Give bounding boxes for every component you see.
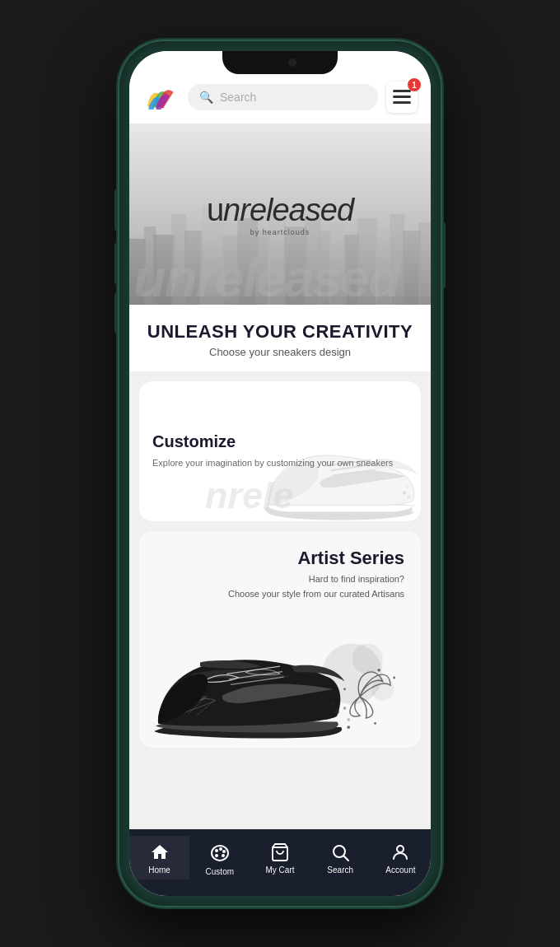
account-icon <box>390 842 410 862</box>
svg-point-44 <box>343 688 346 691</box>
cart-icon <box>270 842 290 862</box>
svg-point-54 <box>222 850 226 853</box>
notch-camera <box>288 58 296 67</box>
svg-point-46 <box>374 722 376 725</box>
search-icon: 🔍 <box>199 91 213 104</box>
svg-point-42 <box>377 669 380 672</box>
cart-badge: 1 <box>408 78 421 91</box>
search-bar[interactable]: 🔍 Search <box>188 84 378 110</box>
svg-rect-24 <box>418 222 431 305</box>
tagline-section: UNLEASH YOUR CREATIVITY Choose your snea… <box>129 305 431 371</box>
nav-label-account: Account <box>385 865 415 875</box>
svg-point-47 <box>335 710 340 715</box>
search-nav-icon <box>330 842 350 862</box>
svg-rect-2 <box>393 101 411 104</box>
phone-frame: 🔍 Search 1 <box>119 41 441 906</box>
nav-label-home: Home <box>148 865 170 875</box>
main-content: UNLEASH YOUR CREATIVITY Choose your snea… <box>129 305 431 829</box>
svg-point-45 <box>347 725 350 729</box>
nav-item-home[interactable]: Home <box>129 836 189 879</box>
phone-screen: 🔍 Search 1 <box>129 51 431 896</box>
customize-card-title: Customize <box>152 432 408 451</box>
app-logo[interactable] <box>142 81 180 114</box>
customize-card-text: Customize Explore your imagination by cu… <box>139 416 421 487</box>
artist-sneaker-image <box>139 608 421 748</box>
svg-point-43 <box>393 677 395 679</box>
artist-series-title: Artist Series <box>156 548 404 569</box>
nav-item-search[interactable]: Search <box>310 836 371 879</box>
home-icon <box>150 842 170 862</box>
hero-sub-text: by heartclouds <box>207 228 353 236</box>
svg-point-30 <box>403 492 406 495</box>
artist-series-desc: Hard to find inspiration?Choose your sty… <box>156 572 404 601</box>
tagline-title: UNLEASH YOUR CREATIVITY <box>142 321 418 343</box>
hero-brand-name: unreleased <box>207 193 353 228</box>
artist-series-card[interactable]: Artist Series Hard to find inspiration?C… <box>139 531 421 748</box>
tagline-subtitle: Choose your sneakers design <box>142 346 418 358</box>
cards-container: Customize Explore your imagination by cu… <box>129 371 431 758</box>
hero-brand: unreleased by heartclouds <box>207 193 353 236</box>
svg-rect-23 <box>403 231 421 305</box>
phone-notch <box>222 51 338 74</box>
artist-series-text: Artist Series Hard to find inspiration?C… <box>139 531 421 608</box>
svg-point-32 <box>406 487 408 488</box>
nav-label-cart: My Cart <box>266 865 295 875</box>
svg-point-31 <box>408 496 410 498</box>
custom-icon <box>209 842 231 864</box>
svg-point-49 <box>332 703 334 706</box>
bottom-navigation: Home Custom <box>129 829 431 896</box>
svg-point-50 <box>347 718 350 721</box>
hero-banner: unreleased unreleased by heartclouds <box>129 124 431 305</box>
svg-point-55 <box>222 854 225 857</box>
hero-watermark: unreleased <box>133 247 399 305</box>
svg-point-52 <box>215 849 218 852</box>
menu-cart-button[interactable]: 1 <box>386 82 418 113</box>
search-placeholder: Search <box>220 91 256 104</box>
nav-label-search: Search <box>327 865 353 875</box>
svg-line-59 <box>344 856 349 861</box>
nav-item-cart[interactable]: My Cart <box>250 836 310 879</box>
nav-label-custom: Custom <box>206 867 234 876</box>
svg-point-60 <box>397 846 404 852</box>
svg-point-48 <box>343 707 347 710</box>
nav-item-custom[interactable]: Custom <box>189 836 250 879</box>
svg-point-56 <box>215 854 218 857</box>
customize-card[interactable]: Customize Explore your imagination by cu… <box>139 381 421 521</box>
svg-rect-0 <box>393 90 411 92</box>
nav-item-account[interactable]: Account <box>371 836 431 879</box>
svg-rect-1 <box>393 96 411 98</box>
menu-lines-icon <box>393 90 411 105</box>
customize-card-desc: Explore your imagination by customizing … <box>152 456 408 470</box>
svg-point-53 <box>219 847 222 851</box>
